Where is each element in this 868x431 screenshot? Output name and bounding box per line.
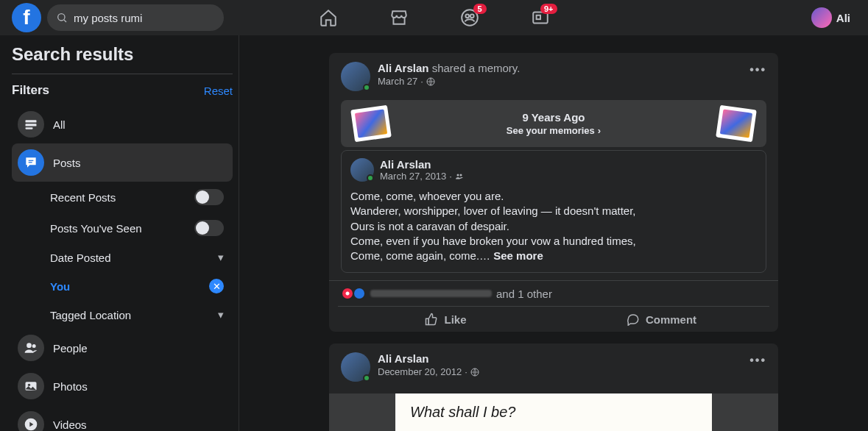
chevron-right-icon: ›: [598, 125, 601, 136]
header-right: Ali: [805, 4, 856, 31]
memory-inner-post: Ali Arslan March 27, 2013 · Come, come, …: [341, 150, 766, 273]
filter-label: Photos: [53, 380, 88, 393]
subfilter-label: You: [50, 280, 70, 293]
post-menu-button[interactable]: •••: [749, 63, 766, 76]
divider: [12, 74, 233, 74]
people-icon: [18, 335, 44, 361]
poem-line: Wanderer, worshipper, lover of leaving —…: [350, 204, 757, 218]
post-author[interactable]: Ali Arslan: [378, 62, 428, 74]
toggle[interactable]: [194, 189, 224, 205]
svg-rect-20: [426, 319, 429, 325]
poem-line: Ours is not a caravan of despair.: [350, 219, 757, 234]
post-card: Ali Arslan December 20, 2012 · ••• What …: [329, 343, 778, 431]
avatar[interactable]: [341, 352, 370, 382]
reactor-names-blurred: [370, 290, 492, 297]
subfilter-tagged-location[interactable]: Tagged Location ▾: [12, 301, 233, 329]
avatar[interactable]: [350, 158, 374, 182]
post-image[interactable]: What shall I be? I died from minerality …: [329, 393, 778, 431]
post-author[interactable]: Ali Arslan: [378, 352, 428, 365]
search-input[interactable]: [74, 12, 215, 24]
svg-rect-6: [536, 15, 540, 19]
facebook-logo[interactable]: f: [12, 3, 41, 32]
subfilter-posts-seen[interactable]: Posts You've Seen: [12, 213, 233, 243]
subfilter-you[interactable]: You ✕: [12, 271, 233, 301]
friends-icon: [455, 172, 464, 181]
filter-label: Posts: [53, 157, 81, 169]
post-menu-button[interactable]: •••: [749, 354, 766, 367]
poem-line: Come, even if you have broken your vow a…: [350, 234, 757, 249]
globe-icon: [470, 368, 479, 377]
inner-post-author[interactable]: Ali Arslan: [380, 158, 464, 171]
avatar[interactable]: [341, 62, 370, 91]
memory-photo-icon: [350, 105, 392, 143]
page-title: Search results: [12, 44, 233, 65]
reactions-summary[interactable]: and 1 other: [329, 280, 778, 303]
filters-heading: Filters: [12, 83, 49, 98]
subfilter-label: Date Posted: [50, 252, 111, 264]
see-memories-label: See your memories: [507, 125, 595, 136]
filter-photos[interactable]: Photos: [12, 367, 233, 405]
subfilter-recent-posts[interactable]: Recent Posts: [12, 182, 233, 213]
filter-all[interactable]: All: [12, 105, 233, 143]
quote-line: I died from minerality and became vegeta…: [410, 428, 697, 431]
see-more-button[interactable]: See more: [493, 249, 543, 262]
like-label: Like: [444, 313, 466, 326]
videos-icon: [18, 411, 44, 431]
filter-posts[interactable]: Posts: [12, 143, 233, 182]
subfilter-label: Recent Posts: [50, 191, 116, 204]
quote-title: What shall I be?: [410, 404, 697, 421]
top-header: f 5 9+ Ali: [0, 0, 868, 35]
gaming-icon[interactable]: 9+: [531, 8, 550, 27]
chevron-down-icon: ▾: [218, 308, 224, 321]
post-card: Ali Arslan shared a memory. March 27 · •…: [329, 53, 778, 332]
comment-button[interactable]: Comment: [554, 307, 769, 332]
see-memories-link[interactable]: See your memories ›: [507, 125, 601, 136]
poem-line: Come, come again, come.…: [350, 249, 493, 262]
filter-videos[interactable]: Videos: [12, 405, 233, 431]
like-button[interactable]: Like: [338, 307, 554, 332]
globe-icon: [426, 77, 435, 86]
search-icon: [56, 12, 68, 24]
memory-years-ago: 9 Years Ago: [507, 111, 601, 124]
svg-point-18: [456, 174, 459, 176]
search-bar[interactable]: [47, 4, 224, 31]
filter-people[interactable]: People: [12, 329, 233, 367]
reactions-others-text: and 1 other: [496, 288, 552, 300]
clear-filter-icon[interactable]: ✕: [209, 279, 224, 293]
toggle[interactable]: [194, 220, 224, 236]
thumbs-up-icon: [425, 313, 438, 326]
reset-button[interactable]: Reset: [204, 85, 233, 97]
post-body: Come, come, whoever you are. Wanderer, w…: [350, 189, 757, 263]
account-menu[interactable]: Ali: [805, 4, 856, 31]
groups-icon[interactable]: 5: [460, 8, 479, 27]
svg-point-3: [465, 14, 469, 18]
svg-point-15: [28, 384, 30, 386]
nav-center: 5 9+: [319, 8, 550, 27]
svg-rect-7: [26, 120, 37, 122]
results-feed: Ali Arslan shared a memory. March 27 · •…: [239, 35, 868, 431]
subfilter-date-posted[interactable]: Date Posted ▾: [12, 243, 233, 271]
presence-dot: [363, 84, 370, 91]
inner-post-date: March 27, 2013: [380, 171, 446, 182]
presence-dot: [363, 374, 370, 382]
memory-photo-icon: [716, 105, 757, 143]
marketplace-icon[interactable]: [389, 8, 409, 27]
all-icon: [18, 111, 44, 138]
svg-point-0: [58, 14, 65, 21]
chevron-down-icon: ▾: [218, 251, 224, 264]
comment-label: Comment: [646, 313, 696, 326]
poem-line: Come, come, whoever you are.: [350, 189, 757, 204]
svg-rect-9: [26, 127, 33, 129]
post-date[interactable]: December 20, 2012: [378, 366, 462, 377]
post-subtitle: shared a memory.: [432, 62, 521, 74]
posts-icon: [18, 149, 44, 176]
svg-rect-11: [29, 162, 32, 163]
svg-point-4: [470, 14, 473, 18]
memory-banner: 9 Years Ago See your memories ›: [341, 100, 766, 147]
filter-label: People: [53, 342, 88, 355]
svg-point-13: [32, 344, 36, 348]
post-date[interactable]: March 27: [378, 76, 417, 87]
home-icon[interactable]: [319, 8, 338, 27]
avatar: [811, 7, 832, 28]
groups-badge: 5: [473, 4, 487, 14]
